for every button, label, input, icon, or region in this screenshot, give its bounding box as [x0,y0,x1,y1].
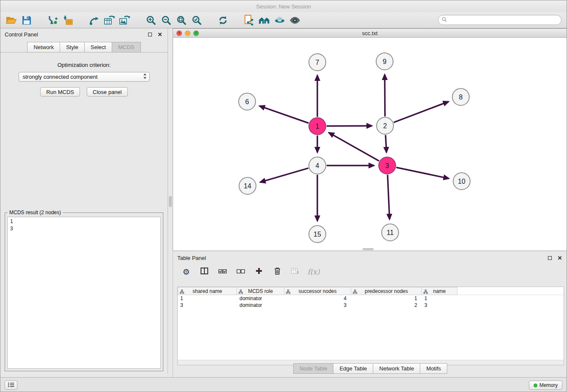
graph-node-15[interactable]: 15 [309,226,326,243]
open-in-browser-button[interactable] [242,14,257,27]
zoom-out-button[interactable] [159,14,174,27]
minimize-window-button[interactable]: − [185,30,190,36]
search-field[interactable] [438,15,561,25]
svg-text:6: 6 [245,98,249,105]
table-settings-button[interactable]: ⚙ [182,267,191,276]
select-all-button[interactable] [218,267,227,276]
cell-mcds-role[interactable]: dominator [237,295,284,302]
export-table-icon [104,15,115,25]
graph-node-9[interactable]: 9 [376,53,393,70]
table-row[interactable]: 3 dominator 3 2 3 [178,302,564,309]
tab-network-table[interactable]: Network Table [373,363,420,374]
column-type-icon [353,289,357,295]
graph-node-2[interactable]: 2 [377,117,394,134]
cell-shared-name[interactable]: 3 [178,302,237,309]
search-input[interactable] [449,17,558,23]
maximize-window-button[interactable]: + [193,30,199,36]
cell-successor-nodes[interactable]: 3 [284,302,351,309]
cell-name[interactable]: 3 [422,302,457,309]
graph-node-6[interactable]: 6 [239,93,256,110]
zoom-fit-icon [176,15,187,25]
search-icon [442,16,447,24]
column-label: name [433,288,446,294]
graph-edge[interactable] [394,102,449,122]
column-header-mcds-role[interactable]: MCDS role [237,287,284,295]
table-toolbar: ⚙ f(x) [173,263,567,281]
zoom-in-button[interactable] [143,14,159,27]
plus-icon [256,268,262,276]
import-network-file-button[interactable] [45,14,61,27]
tab-select[interactable]: Select [84,42,112,52]
table-header-row: shared name MCDS role successor nodes pr… [178,287,564,295]
graph-edge[interactable] [259,106,308,123]
zoom-selected-button[interactable] [189,14,204,27]
vertical-splitter-handle[interactable] [169,196,172,207]
float-table-panel-button[interactable] [546,254,553,261]
memory-button[interactable]: Memory [529,381,562,390]
save-session-button[interactable] [19,14,34,27]
column-header-name[interactable]: name [421,287,457,295]
close-table-panel-button[interactable]: ✕ [556,254,563,261]
tab-mcds[interactable]: MCDS [112,42,140,52]
graph-edge[interactable] [385,135,386,152]
graph-edge[interactable] [388,175,390,219]
close-panel-button-2[interactable]: Close panel [87,87,128,97]
optimization-criterion-select[interactable]: strongly connected component [19,72,150,82]
graph-node-7[interactable]: 7 [309,54,326,71]
graph-node-4[interactable]: 4 [309,157,326,174]
tab-node-table[interactable]: Node Table [293,363,334,374]
graph-edge[interactable] [327,126,372,126]
close-panel-button[interactable]: ✕ [157,31,163,38]
add-column-button[interactable] [254,267,264,276]
split-columns-icon [201,268,208,276]
network-window-titlebar: ✕ − + scc.txt [173,29,567,38]
open-session-button[interactable] [4,14,19,27]
graph-edge[interactable] [329,133,379,161]
style-wand-button[interactable] [272,14,287,27]
table-row[interactable]: 1 dominator 4 1 1 [178,295,564,302]
delete-column-button[interactable] [272,267,282,276]
close-window-button[interactable]: ✕ [176,30,182,36]
cell-predecessor-nodes[interactable]: 1 [351,295,422,302]
float-panel-button[interactable] [146,31,153,38]
graph-node-10[interactable]: 10 [453,173,470,190]
graph-edge[interactable] [385,75,385,116]
export-network-button[interactable] [87,14,102,27]
tab-style[interactable]: Style [60,42,85,52]
tab-network[interactable]: Network [27,42,60,52]
graph-node-1[interactable]: 1 [309,118,326,135]
cell-predecessor-nodes[interactable]: 2 [351,302,422,309]
zoom-fit-button[interactable] [174,14,189,27]
export-image-button[interactable] [117,14,132,27]
graph-node-3[interactable]: 3 [379,157,396,174]
clear-selection-button[interactable] [236,267,245,276]
cell-name[interactable]: 1 [422,295,457,302]
home-network-button[interactable] [257,14,272,27]
network-graph[interactable]: 7968124314101511 [173,38,567,251]
split-columns-button[interactable] [200,267,209,276]
task-history-button[interactable] [5,381,17,390]
run-mcds-button[interactable]: Run MCDS [40,87,80,97]
tab-motifs[interactable]: Motifs [420,363,447,374]
refresh-button[interactable] [215,14,231,27]
column-label: shared name [193,288,222,294]
graph-node-14[interactable]: 14 [239,177,256,194]
export-image-icon [119,15,130,25]
column-header-shared-name[interactable]: shared name [178,287,237,295]
column-header-predecessor-nodes[interactable]: predecessor nodes [351,287,422,295]
svg-text:10: 10 [458,178,465,185]
network-canvas[interactable]: 7968124314101511 [173,38,567,251]
graph-edge[interactable] [396,168,449,179]
graph-node-11[interactable]: 11 [382,224,399,241]
column-header-successor-nodes[interactable]: successor nodes [284,287,351,295]
export-table-button[interactable] [102,14,117,27]
import-table-file-button[interactable] [61,14,76,27]
cell-successor-nodes[interactable]: 4 [284,295,351,302]
graph-edge[interactable] [260,168,308,182]
tab-edge-table[interactable]: Edge Table [333,363,373,374]
graph-node-8[interactable]: 8 [452,88,469,105]
cell-mcds-role[interactable]: dominator [237,302,284,309]
show-hide-button[interactable] [287,14,303,27]
horizontal-scroll-handle[interactable] [363,248,374,250]
cell-shared-name[interactable]: 1 [178,295,237,302]
